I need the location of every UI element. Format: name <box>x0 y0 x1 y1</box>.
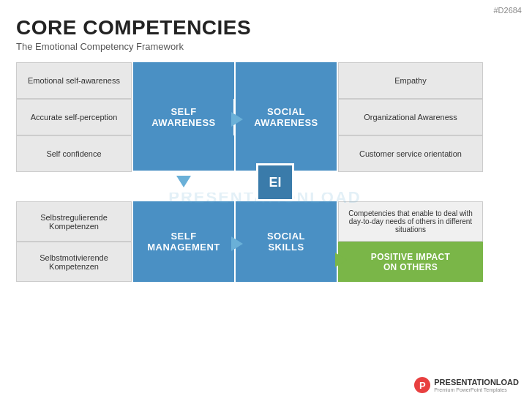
arrow-h-bottom <box>231 236 243 251</box>
page: #D2684 CORE COMPETENCIES The Emotional C… <box>0 0 532 399</box>
logo-sub: Premium PowerPoint Templates <box>434 387 519 392</box>
ei-box: EI <box>256 163 294 201</box>
right-label-1: Organizational Awareness <box>338 99 483 135</box>
left-label-bottom-1: Selbstmotivierende Kompetenzen <box>16 242 132 282</box>
diagram: PRESENTATIONLOAD Emotional self-awarenes… <box>16 62 514 333</box>
right-label-2: Customer service orientation <box>338 135 483 172</box>
left-label-2: Self confidence <box>16 135 132 172</box>
logo-text-block: PRESENTATIONLOAD Premium PowerPoint Temp… <box>434 378 519 392</box>
desc-block: Competencies that enable to deal with da… <box>338 201 483 242</box>
arrow-h-top <box>231 112 243 127</box>
arrow-down-left <box>133 171 234 193</box>
logo-icon: P <box>414 377 430 393</box>
slide-id: #D2684 <box>493 6 522 15</box>
logo-area: P PRESENTATIONLOAD Premium PowerPoint Te… <box>414 377 519 393</box>
left-label-0: Emotional self-awareness <box>16 62 132 99</box>
green-block: POSITIVE IMPACT ON OTHERS <box>338 242 483 282</box>
social-skills-block: SOCIAL SKILLS <box>236 201 337 282</box>
page-subtitle: The Emotional Competency Framework <box>16 41 516 52</box>
self-awareness-block: SELF AWARENESS <box>133 62 234 172</box>
left-label-1: Accurate self-perception <box>16 99 132 135</box>
page-title: CORE COMPETENCIES <box>16 16 516 40</box>
left-label-bottom-0: Selbstregulierende Kompetenzen <box>16 201 132 242</box>
social-awareness-block: SOCIAL AWARENESS <box>236 62 337 172</box>
self-management-block: SELF MANAGEMENT <box>133 201 234 282</box>
arrow-to-green <box>335 253 347 267</box>
right-label-0: Empathy <box>338 62 483 99</box>
logo-name: PRESENTATIONLOAD <box>434 378 519 387</box>
